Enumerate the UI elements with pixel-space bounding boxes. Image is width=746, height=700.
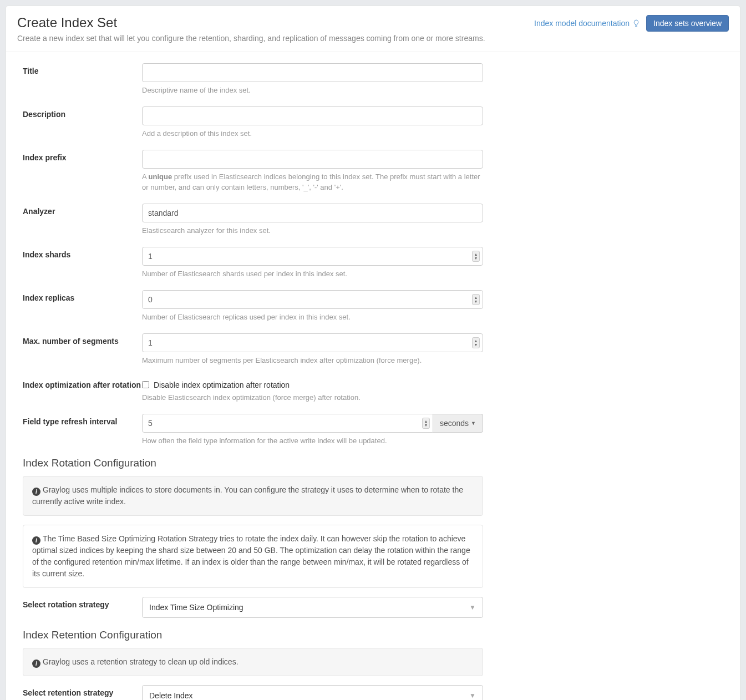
label-retention-strategy: Select retention strategy [23,685,142,700]
row-index-prefix: Index prefix A unique prefix used in Ela… [23,150,723,192]
label-optimization: Index optimization after rotation [23,377,142,403]
help-index-replicas: Number of Elasticsearch replicas used pe… [142,312,483,322]
help-index-prefix: A unique prefix used in Elasticsearch in… [142,172,483,192]
row-index-replicas: Index replicas ▲▼ Number of Elasticsearc… [23,290,723,322]
unit-dropdown[interactable]: seconds ▼ [433,414,483,433]
select-retention-value: Delete Index [149,691,193,700]
checkbox-label-optimization: Disable index optimization after rotatio… [154,381,290,389]
label-max-segments: Max. number of segments [23,333,142,366]
form-content: Title Descriptive name of the index set.… [6,52,740,700]
help-prefix-pre: A [142,173,149,181]
input-index-replicas[interactable] [142,290,483,309]
caret-down-icon: ▼ [471,420,476,426]
page-container: Create Index Set Create a new index set … [6,6,740,700]
label-index-shards: Index shards [23,247,142,279]
doc-link-label: Index model documentation [534,19,630,28]
label-index-replicas: Index replicas [23,290,142,322]
row-title: Title Descriptive name of the index set. [23,63,723,95]
row-description: Description Add a description of this in… [23,106,723,139]
row-index-shards: Index shards ▲▼ Number of Elasticsearch … [23,247,723,279]
row-rotation-strategy: Select rotation strategy Index Time Size… [23,597,723,618]
select-rotation-strategy[interactable]: Index Time Size Optimizing ▼ [142,597,483,618]
lightbulb-icon [632,19,641,28]
info-rotation-2: iThe Time Based Size Optimizing Rotation… [23,525,483,588]
info-rotation-1: iGraylog uses multiple indices to store … [23,476,483,516]
input-description[interactable] [142,106,483,125]
help-refresh-interval: How often the field type information for… [142,436,483,446]
stepper-index-shards[interactable]: ▲▼ [472,251,480,262]
label-title: Title [23,63,142,95]
doc-link[interactable]: Index model documentation [534,19,641,28]
info-retention: iGraylog uses a retention strategy to cl… [23,648,483,676]
header-right: Index model documentation Index sets ove… [534,15,729,32]
label-refresh-interval: Field type refresh interval [23,414,142,446]
help-analyzer: Elasticsearch analyzer for this index se… [142,226,483,236]
input-refresh-interval[interactable] [142,414,433,433]
stepper-max-segments[interactable]: ▲▼ [472,337,480,348]
select-rotation-value: Index Time Size Optimizing [149,603,243,612]
help-prefix-bold: unique [149,173,172,181]
header-left: Create Index Set Create a new index set … [17,15,485,43]
info-retention-text: Graylog uses a retention strategy to cle… [43,657,238,666]
page-header: Create Index Set Create a new index set … [6,6,740,52]
stepper-index-replicas[interactable]: ▲▼ [472,294,480,305]
section-title-rotation: Index Rotation Configuration [23,457,723,469]
page-title: Create Index Set [17,15,485,31]
label-description: Description [23,106,142,139]
input-title[interactable] [142,63,483,82]
input-analyzer[interactable] [142,204,483,222]
section-title-retention: Index Retention Configuration [23,629,723,641]
page-subtitle: Create a new index set that will let you… [17,34,485,43]
input-index-shards[interactable] [142,247,483,266]
help-optimization: Disable Elasticsearch index optimization… [142,393,483,403]
checkbox-disable-optimization[interactable] [142,381,149,388]
help-max-segments: Maximum number of segments per Elasticse… [142,356,483,366]
input-max-segments[interactable] [142,333,483,352]
help-prefix-suf: prefix used in Elasticsearch indices bel… [142,173,480,191]
info-icon: i [32,660,40,668]
input-index-prefix[interactable] [142,150,483,169]
chevron-down-icon: ▼ [469,603,476,611]
info-rotation-1-text: Graylog uses multiple indices to store d… [32,485,463,506]
select-retention-strategy[interactable]: Delete Index ▼ [142,685,483,700]
help-description: Add a description of this index set. [142,129,483,139]
info-icon: i [32,536,40,545]
row-max-segments: Max. number of segments ▲▼ Maximum numbe… [23,333,723,366]
stepper-refresh-interval[interactable]: ▲▼ [422,418,430,429]
info-icon: i [32,488,40,496]
label-index-prefix: Index prefix [23,150,142,192]
row-optimization: Index optimization after rotation Disabl… [23,377,723,403]
row-analyzer: Analyzer Elasticsearch analyzer for this… [23,204,723,236]
label-analyzer: Analyzer [23,204,142,236]
row-refresh-interval: Field type refresh interval ▲▼ seconds ▼… [23,414,723,446]
unit-label: seconds [440,419,469,428]
label-rotation-strategy: Select rotation strategy [23,597,142,618]
help-index-shards: Number of Elasticsearch shards used per … [142,269,483,279]
row-retention-strategy: Select retention strategy Delete Index ▼ [23,685,723,700]
overview-button[interactable]: Index sets overview [646,15,729,32]
help-title: Descriptive name of the index set. [142,85,483,95]
chevron-down-icon: ▼ [469,692,476,699]
info-rotation-2-text: The Time Based Size Optimizing Rotation … [32,534,470,578]
